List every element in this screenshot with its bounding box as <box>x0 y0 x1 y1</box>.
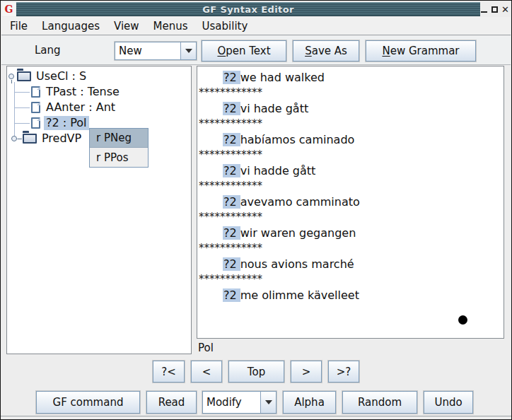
sentence-text: vi hadde gått <box>240 164 316 177</box>
tree-row-aanter[interactable]: AAnter : Ant <box>31 100 117 115</box>
tree-connector-stub <box>14 123 30 124</box>
sentence-text: vi hade gått <box>240 102 309 115</box>
folder-icon <box>17 71 31 81</box>
new-grammar-button[interactable]: New Grammar <box>366 40 476 62</box>
separator-line: ************ <box>197 118 504 132</box>
menu-usability[interactable]: Usability <box>195 17 255 35</box>
chevron-down-icon <box>185 49 192 53</box>
menu-bar: File Languages View Menus Usability <box>1 17 511 35</box>
maximize-icon <box>491 6 498 13</box>
tree-node-label[interactable]: AAnter : Ant <box>44 100 117 115</box>
syntax-tree-panel: UseCl : S TPast : Tense AAnter : Ant ?2 … <box>6 66 192 354</box>
sentence-line[interactable]: ?2vi hade gått <box>197 101 504 118</box>
next-node-button[interactable]: > <box>291 361 322 383</box>
prev-metavar-button[interactable]: ?< <box>153 361 185 383</box>
titlebar: G GF Syntax Editor ✕ <box>2 2 510 16</box>
tree-row-usecl[interactable]: UseCl : S <box>8 69 88 84</box>
focus-token[interactable]: ?2 <box>223 195 240 209</box>
sentence-line[interactable]: ?2we had walked <box>197 70 504 87</box>
focus-token[interactable]: ?2 <box>223 164 240 177</box>
sentence-line[interactable]: ?2avevamo camminato <box>197 194 504 211</box>
top-button[interactable]: Top <box>228 361 284 383</box>
chevron-down-icon <box>265 400 272 404</box>
gf-command-button[interactable]: GF command <box>36 391 140 414</box>
refinement-popup-menu: r PNeg r PPos <box>89 128 149 168</box>
random-button[interactable]: Random <box>342 391 417 414</box>
folder-icon <box>23 134 37 144</box>
maximize-button[interactable] <box>491 4 499 14</box>
focus-token[interactable]: ?2 <box>223 288 240 302</box>
tree-node-label[interactable]: UseCl : S <box>34 69 88 83</box>
lang-combo-arrow-button[interactable] <box>180 42 196 59</box>
separator-line: ************ <box>197 87 504 101</box>
focus-token[interactable]: ?2 <box>223 102 240 115</box>
sentence-block: ?2vi hade gått ************ <box>197 101 504 132</box>
gf-logo-icon: G <box>5 4 13 14</box>
tree-row-predvp[interactable]: PredVP <box>11 131 83 146</box>
menu-menus[interactable]: Menus <box>146 17 195 35</box>
titlebar-drag-area[interactable]: GF Syntax Editor <box>16 2 480 16</box>
sentence-line[interactable]: ?2wir waren gegangen <box>197 226 504 243</box>
tree-expander-expanded-icon[interactable] <box>8 74 14 79</box>
next-metavar-button[interactable]: >? <box>328 361 359 383</box>
prev-node-button[interactable]: < <box>191 361 222 383</box>
modify-combo[interactable]: Modify <box>202 391 277 414</box>
save-as-button[interactable]: Save As <box>293 40 359 62</box>
tree-row-tpast[interactable]: TPast : Tense <box>31 84 122 100</box>
sentence-text: avevamo camminato <box>240 195 360 209</box>
toolbar: Lang New Open Text Save As New Grammar <box>1 36 511 65</box>
menu-view[interactable]: View <box>107 17 146 35</box>
modify-combo-arrow-button[interactable] <box>260 392 276 413</box>
undo-button[interactable]: Undo <box>424 391 473 414</box>
sentence-block: ?2wir waren gegangen ************ <box>197 226 504 257</box>
sentence-block: ?2nous avions marché ************ <box>197 257 504 288</box>
document-icon <box>31 117 40 129</box>
sentence-text: wir waren gegangen <box>240 226 356 240</box>
focus-token[interactable]: ?2 <box>223 226 240 240</box>
popup-item-ppos[interactable]: r PPos <box>90 148 148 167</box>
close-icon: ✕ <box>501 5 509 14</box>
lang-combo[interactable]: New <box>115 42 197 60</box>
tree-node-label[interactable]: PredVP <box>40 132 83 146</box>
separator-line: ************ <box>197 149 504 163</box>
separator-line: ************ <box>197 211 504 226</box>
document-icon <box>31 86 40 98</box>
sentence-line[interactable]: ?2vi hadde gått <box>197 163 504 180</box>
tree-expander-collapsed-icon[interactable] <box>11 136 17 141</box>
focus-type-status: Pol <box>198 340 502 356</box>
linearization-output: ?2we had walked ************ ?2vi hade g… <box>197 66 504 338</box>
sentence-block: ?2avevamo camminato ************ <box>197 194 504 226</box>
focus-token[interactable]: ?2 <box>223 71 240 84</box>
window-logo: G <box>2 2 16 16</box>
menu-file[interactable]: File <box>3 17 35 35</box>
focus-token[interactable]: ?2 <box>223 257 240 271</box>
lang-combo-value: New <box>115 42 180 59</box>
sentence-text: me olimme kävelleet <box>240 288 359 302</box>
sentence-block: ?2me olimme kävelleet <box>197 288 504 319</box>
minimize-button[interactable] <box>480 4 488 14</box>
menu-languages[interactable]: Languages <box>35 17 107 35</box>
lang-label: Lang <box>35 44 61 57</box>
focus-token[interactable]: ?2 <box>223 133 240 146</box>
tree-node-label-selected[interactable]: ?2 : Pol <box>44 116 89 130</box>
separator-line: ************ <box>197 243 504 257</box>
tree-connector-stub <box>14 107 30 108</box>
sentence-line[interactable]: ?2me olimme kävelleet <box>197 288 504 305</box>
tree-connector-stub <box>14 92 30 93</box>
window-title: GF Syntax Editor <box>202 4 294 15</box>
gf-syntax-editor-window: G GF Syntax Editor ✕ File Languages View… <box>0 0 512 420</box>
popup-item-pneg[interactable]: r PNeg <box>90 129 148 148</box>
window-controls: ✕ <box>480 2 510 16</box>
sentence-block: ?2we had walked ************ <box>197 70 504 101</box>
sentence-line[interactable]: ?2habíamos caminado <box>197 132 504 149</box>
alpha-button[interactable]: Alpha <box>283 391 336 414</box>
open-text-button[interactable]: Open Text <box>202 40 286 62</box>
tree-row-pol-selected[interactable]: ?2 : Pol <box>31 115 89 131</box>
sentence-text: we had walked <box>240 71 325 84</box>
close-button[interactable]: ✕ <box>501 4 509 14</box>
minimize-icon <box>481 11 487 13</box>
read-button[interactable]: Read <box>146 391 197 414</box>
tree-node-label[interactable]: TPast : Tense <box>44 85 122 99</box>
sentence-line[interactable]: ?2nous avions marché <box>197 257 504 274</box>
sentence-block: ?2habíamos caminado ************ <box>197 132 504 163</box>
